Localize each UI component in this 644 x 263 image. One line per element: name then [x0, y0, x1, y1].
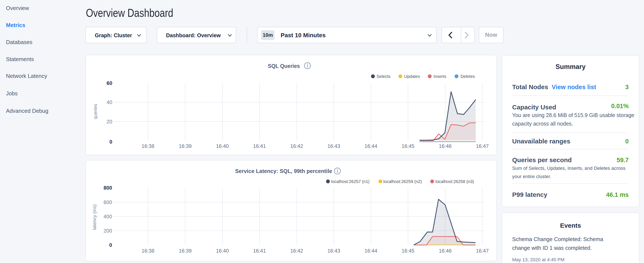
- svg-text:latency (ms): latency (ms): [92, 204, 97, 230]
- svg-text:16:47: 16:47: [476, 143, 488, 149]
- svg-text:16:42: 16:42: [290, 248, 303, 254]
- svg-text:16:45: 16:45: [402, 248, 414, 254]
- svg-text:16:42: 16:42: [290, 143, 303, 149]
- svg-text:localhost:26257 (n1): localhost:26257 (n1): [331, 179, 370, 184]
- svg-text:queries: queries: [93, 104, 98, 119]
- svg-text:16:38: 16:38: [142, 143, 154, 149]
- svg-text:16:41: 16:41: [253, 143, 266, 149]
- svg-text:Selects: Selects: [376, 74, 390, 79]
- svg-text:Deletes: Deletes: [460, 74, 475, 79]
- svg-text:40: 40: [106, 99, 112, 105]
- svg-text:60: 60: [106, 80, 112, 86]
- svg-text:16:40: 16:40: [216, 248, 229, 254]
- svg-text:16:44: 16:44: [364, 143, 377, 149]
- svg-text:600: 600: [104, 199, 112, 205]
- svg-text:16:46: 16:46: [439, 248, 452, 254]
- svg-text:16:43: 16:43: [328, 143, 340, 149]
- svg-text:16:47: 16:47: [476, 248, 488, 254]
- svg-text:localhost:26259 (n2): localhost:26259 (n2): [383, 179, 422, 184]
- svg-text:16:39: 16:39: [179, 248, 192, 254]
- svg-text:0: 0: [110, 139, 112, 145]
- svg-text:16:39: 16:39: [179, 143, 192, 149]
- svg-text:16:44: 16:44: [364, 248, 377, 254]
- svg-text:16:43: 16:43: [328, 248, 340, 254]
- svg-text:Inserts: Inserts: [434, 74, 446, 79]
- svg-text:200: 200: [104, 228, 112, 234]
- svg-text:400: 400: [104, 214, 112, 219]
- svg-text:0: 0: [109, 242, 112, 248]
- svg-text:800: 800: [104, 185, 112, 191]
- svg-text:16:40: 16:40: [216, 143, 229, 149]
- svg-text:16:38: 16:38: [142, 248, 154, 254]
- svg-text:localhost:26258 (n3): localhost:26258 (n3): [436, 179, 474, 184]
- svg-text:16:41: 16:41: [253, 248, 266, 254]
- svg-text:20: 20: [106, 119, 112, 124]
- svg-text:Updates: Updates: [404, 74, 420, 79]
- svg-text:16:45: 16:45: [402, 143, 414, 149]
- svg-text:16:46: 16:46: [439, 143, 452, 149]
